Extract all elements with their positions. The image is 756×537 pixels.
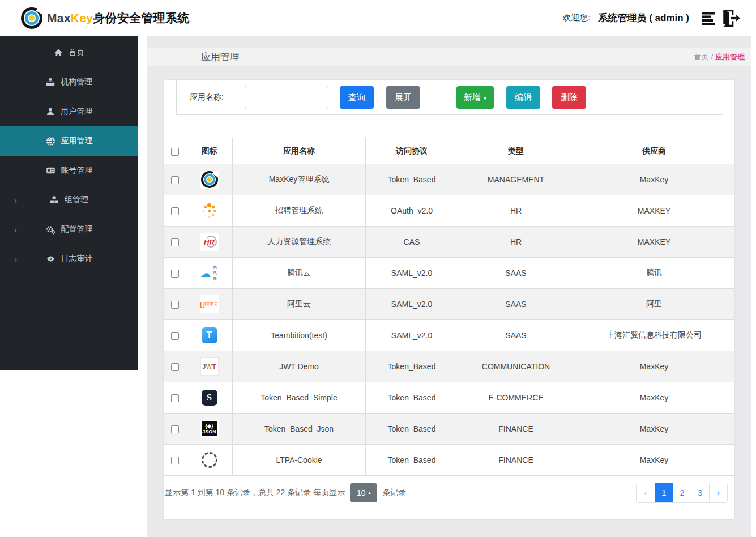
col-header-icon: 图标 — [186, 138, 233, 164]
welcome-label: 欢迎您: — [562, 12, 590, 23]
breadcrumb: 首页/应用管理 — [694, 52, 745, 62]
page-button-3[interactable]: 3 — [691, 483, 709, 502]
brand-word-cn: 身份安全管理系统 — [93, 11, 189, 24]
vendor-cell: MaxKey — [574, 445, 734, 476]
breadcrumb-separator: / — [711, 53, 713, 61]
records-summary: 显示第 1 到第 10 条记录，总共 22 条记录 每页显示 — [165, 488, 345, 498]
header-right: 欢迎您: 系统管理员 ( admin ) — [562, 8, 741, 28]
json-app-icon — [200, 420, 219, 438]
page-size-select[interactable]: 10▴ — [350, 483, 377, 502]
table-row[interactable]: 阿里云 SAML_v2.0 SAAS 阿里 — [164, 289, 734, 320]
caret-up-icon: ▴ — [368, 490, 370, 495]
vendor-cell: MaxKey — [574, 164, 734, 195]
breadcrumb-current: 应用管理 — [715, 53, 745, 61]
vendor-cell: MaxKey — [574, 382, 734, 414]
col-header-protocol: 访问协议 — [366, 138, 458, 164]
table-header-row: 图标 应用名称 访问协议 类型 供应商 — [164, 138, 734, 164]
row-checkbox[interactable] — [171, 425, 179, 433]
table-row[interactable]: Teambition(test) SAML_v2.0 SAAS 上海汇翼信息科技… — [164, 320, 734, 351]
col-header-vendor: 供应商 — [574, 138, 734, 164]
type-cell: MANAGEMENT — [458, 164, 574, 195]
tencent-cloud-icon — [200, 264, 219, 282]
row-checkbox[interactable] — [171, 270, 179, 278]
sidebar-item-accounts[interactable]: 账号管理 — [0, 156, 138, 185]
sidebar-item-apps[interactable]: 应用管理 — [0, 126, 138, 156]
row-checkbox[interactable] — [171, 301, 179, 309]
row-checkbox[interactable] — [171, 207, 179, 215]
row-checkbox[interactable] — [171, 176, 179, 184]
table-row[interactable]: Token_Based_Simple Token_Based E-COMMERC… — [164, 382, 734, 414]
type-cell: SAAS — [458, 320, 574, 351]
select-all-checkbox[interactable] — [171, 148, 179, 156]
prev-page-button[interactable]: ‹ — [637, 483, 655, 502]
type-cell: COMMUNICATION — [458, 351, 574, 382]
col-header-type: 类型 — [458, 138, 574, 164]
toolbar-divider — [438, 80, 438, 114]
app-name-cell: 招聘管理系统 — [233, 195, 366, 227]
search-toolbar: 应用名称: 查询 展开 新增▾ 编辑 删除 — [176, 80, 723, 115]
list-icon[interactable] — [701, 10, 717, 26]
app-name-cell: Token_Based_Simple — [233, 382, 366, 414]
gears-icon — [46, 225, 55, 235]
page-number-group: ‹ 1 2 3 › — [636, 483, 728, 503]
row-checkbox[interactable] — [171, 394, 179, 402]
page-button-1[interactable]: 1 — [655, 483, 673, 502]
row-checkbox[interactable] — [171, 457, 179, 464]
table-row[interactable]: JWT Demo Token_Based COMMUNICATION MaxKe… — [164, 351, 734, 382]
search-field-label: 应用名称: — [177, 80, 237, 114]
edit-button[interactable]: 编辑 — [506, 86, 540, 109]
home-icon — [54, 48, 63, 57]
sidebar-nav: 首页 机构管理 用户管理 应用管理 账号管理 › 组管理 › — [0, 36, 138, 370]
app-name-cell: LTPA-Cookie — [233, 445, 366, 476]
type-cell: FINANCE — [458, 445, 574, 476]
table-row[interactable]: LTPA-Cookie Token_Based FINANCE MaxKey — [164, 445, 734, 476]
main-area: 应用管理 首页/应用管理 应用名称: 查询 展开 新增▾ 编辑 删除 — [138, 36, 756, 537]
protocol-cell: Token_Based — [366, 414, 458, 445]
row-checkbox[interactable] — [171, 363, 179, 371]
add-button[interactable]: 新增▾ — [456, 86, 494, 109]
app-name-input[interactable] — [245, 86, 328, 109]
vendor-cell: MaxKey — [574, 414, 734, 445]
apps-table: 图标 应用名称 访问协议 类型 供应商 MaxKey管理系统 — [164, 138, 734, 476]
row-checkbox[interactable] — [171, 332, 179, 340]
table-row[interactable]: MaxKey管理系统 Token_Based MANAGEMENT MaxKey — [164, 164, 734, 195]
brand-logo: MaxKey身份安全管理系统 — [20, 7, 190, 29]
protocol-cell: SAML_v2.0 — [366, 320, 458, 351]
table-row[interactable]: 腾讯云 SAML_v2.0 SAAS 腾讯 — [164, 258, 734, 289]
row-checkbox[interactable] — [171, 238, 179, 246]
table-row[interactable]: 招聘管理系统 OAuth_v2.0 HR MAXKEY — [164, 195, 734, 227]
id-card-icon — [46, 166, 55, 175]
sidebar-item-users[interactable]: 用户管理 — [0, 97, 138, 126]
app-header: MaxKey身份安全管理系统 欢迎您: 系统管理员 ( admin ) — [0, 0, 756, 36]
content-panel: 应用名称: 查询 展开 新增▾ 编辑 删除 — [164, 80, 734, 519]
table-row[interactable]: Token_Based_Json Token_Based FINANCE Max… — [164, 414, 734, 445]
app-name-cell: 人力资源管理系统 — [233, 227, 366, 258]
delete-button[interactable]: 删除 — [552, 86, 586, 109]
type-cell: FINANCE — [458, 414, 574, 445]
sidebar-item-org[interactable]: 机构管理 — [0, 67, 138, 97]
vendor-cell: MAXKEY — [574, 195, 734, 227]
sidebar-item-home[interactable]: 首页 — [0, 38, 138, 67]
page-button-2[interactable]: 2 — [673, 483, 691, 502]
sidebar-item-audit[interactable]: › 日志审计 — [0, 244, 138, 274]
expand-button[interactable]: 展开 — [386, 86, 420, 109]
chevron-right-icon: › — [14, 225, 17, 235]
protocol-cell: OAuth_v2.0 — [366, 195, 458, 227]
protocol-cell: Token_Based — [366, 164, 458, 195]
query-button[interactable]: 查询 — [340, 86, 374, 109]
table-row[interactable]: 人力资源管理系统 CAS HR MAXKEY — [164, 227, 734, 258]
chevron-right-icon: › — [14, 195, 17, 205]
brand-title: MaxKey身份安全管理系统 — [47, 10, 190, 26]
protocol-cell: SAML_v2.0 — [366, 289, 458, 320]
breadcrumb-home-link[interactable]: 首页 — [694, 53, 708, 61]
jwt-icon — [200, 357, 219, 376]
vendor-cell: 腾讯 — [574, 258, 734, 289]
sidebar-item-config[interactable]: › 配置管理 — [0, 215, 138, 244]
protocol-cell: Token_Based — [366, 382, 458, 414]
sitemap-icon — [46, 78, 55, 87]
sidebar-item-groups[interactable]: › 组管理 — [0, 185, 138, 215]
globe-icon — [46, 137, 55, 146]
vendor-cell: MAXKEY — [574, 227, 734, 258]
logout-icon[interactable] — [720, 8, 741, 28]
next-page-button[interactable]: › — [709, 483, 727, 502]
